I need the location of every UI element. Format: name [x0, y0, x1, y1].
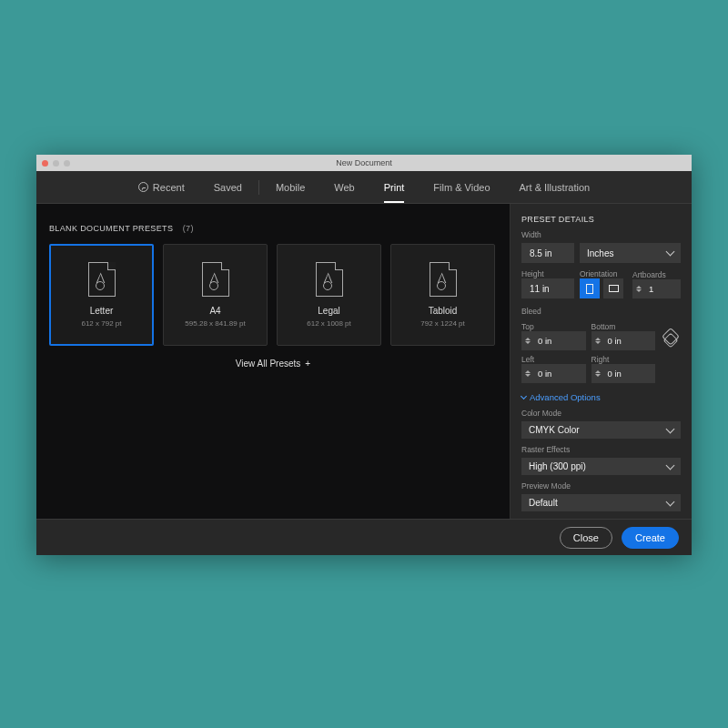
category-tabs: Recent Saved Mobile Web Print Film & Vid… [36, 171, 692, 204]
preset-heading: BLANK DOCUMENT PRESETS (7) [49, 218, 497, 235]
tab-art-illustration[interactable]: Art & Illustration [505, 171, 605, 203]
details-heading: PRESET DETAILS [521, 215, 681, 224]
tab-web[interactable]: Web [319, 171, 369, 203]
portrait-icon [586, 284, 593, 294]
bleed-left-input[interactable]: 0 in [521, 364, 586, 383]
document-icon [88, 262, 116, 297]
landscape-icon [609, 285, 619, 292]
chevron-down-icon [666, 460, 675, 470]
create-button[interactable]: Create [622, 527, 679, 549]
view-all-presets[interactable]: View All Presets+ [49, 359, 497, 369]
titlebar: New Document [36, 155, 692, 171]
window-maximize-dot[interactable] [64, 160, 70, 167]
tab-saved[interactable]: Saved [199, 171, 257, 203]
units-select[interactable]: Inches [580, 243, 681, 263]
tab-mobile[interactable]: Mobile [261, 171, 319, 203]
divider [258, 180, 259, 195]
window-minimize-dot[interactable] [53, 160, 59, 167]
preset-card-letter[interactable]: Letter 612 x 792 pt [49, 244, 154, 346]
dialog-footer: Close Create [36, 519, 692, 555]
new-document-dialog: New Document Recent Saved Mobile Web Pri… [36, 155, 692, 555]
bleed-label: Bleed [521, 307, 681, 316]
preset-card-legal[interactable]: Legal 612 x 1008 pt [277, 244, 381, 346]
bleed-top-input[interactable]: 0 in [521, 331, 586, 350]
plus-icon: + [305, 359, 310, 369]
height-label: Height [521, 269, 574, 278]
raster-effects-label: Raster Effects [521, 445, 681, 454]
color-mode-select[interactable]: CMYK Color [521, 421, 681, 439]
preset-card-a4[interactable]: A4 595.28 x 841.89 pt [163, 244, 268, 346]
preset-details-panel: PRESET DETAILS Width 8.5 in Inches Heigh… [510, 204, 692, 519]
link-icon [663, 333, 679, 349]
artboards-label: Artboards [632, 270, 681, 279]
document-icon [202, 262, 229, 297]
stepper-icon[interactable] [636, 286, 645, 292]
chevron-down-icon [666, 248, 675, 257]
width-label: Width [521, 230, 681, 239]
link-bleed-toggle[interactable] [661, 319, 681, 361]
orientation-label: Orientation [580, 269, 627, 278]
raster-effects-select[interactable]: High (300 ppi) [521, 458, 681, 475]
tab-print[interactable]: Print [369, 171, 420, 203]
window-title: New Document [36, 158, 692, 167]
document-icon [316, 262, 343, 297]
preset-card-tabloid[interactable]: Tabloid 792 x 1224 pt [390, 244, 495, 346]
chevron-down-icon [521, 392, 527, 399]
advanced-options-toggle[interactable]: Advanced Options [521, 392, 681, 402]
close-button[interactable]: Close [560, 527, 612, 549]
artboards-input[interactable]: 1 [632, 279, 681, 298]
orientation-landscape[interactable] [603, 278, 623, 298]
height-input[interactable]: 11 in [521, 278, 574, 298]
tab-recent[interactable]: Recent [124, 171, 199, 203]
chevron-down-icon [666, 424, 675, 433]
bleed-right-input[interactable]: 0 in [592, 364, 656, 383]
chevron-down-icon [666, 497, 675, 506]
preview-mode-select[interactable]: Default [521, 494, 681, 511]
clock-icon [138, 182, 148, 192]
preview-mode-label: Preview Mode [521, 481, 681, 490]
window-close-dot[interactable] [42, 160, 48, 167]
tab-film-video[interactable]: Film & Video [419, 171, 504, 203]
width-input[interactable]: 8.5 in [521, 243, 574, 263]
orientation-portrait[interactable] [580, 278, 600, 298]
preset-panel: BLANK DOCUMENT PRESETS (7) Letter 612 x … [36, 204, 510, 519]
document-icon [430, 262, 457, 297]
bleed-bottom-input[interactable]: 0 in [592, 331, 656, 350]
color-mode-label: Color Mode [521, 409, 681, 418]
